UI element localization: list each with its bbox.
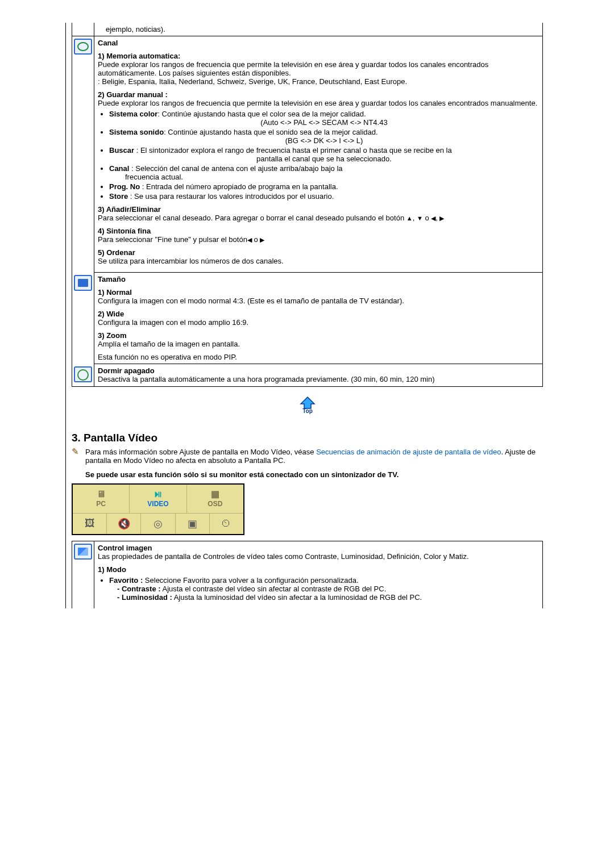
- list-item: Buscar : El sintonizador explora el rang…: [109, 146, 539, 163]
- tab-pc[interactable]: 🖥 PC: [73, 485, 129, 513]
- tamano-note: Esta función no es operativa en modo PIP…: [98, 353, 539, 361]
- tab-video[interactable]: ⏯ VIDEO: [129, 485, 186, 513]
- timer-icon: [74, 366, 92, 382]
- triangle-left-icon: ◀: [431, 215, 435, 222]
- triangle-up-icon: ▲: [406, 215, 413, 222]
- control-p: Las propiedades de pantalla de Controles…: [98, 552, 469, 561]
- list-item: Favorito : Seleccione Favorito para volv…: [109, 576, 539, 602]
- picture-icon[interactable]: 🖼: [73, 514, 106, 534]
- monitor-icon: 🖥: [97, 490, 106, 499]
- size-icon: [74, 275, 92, 291]
- tamano-title: Tamaño: [98, 275, 126, 283]
- list-item: Sistema color: Continúe ajustando hasta …: [109, 110, 539, 127]
- canal-s1-p1: Puede explorar los rangos de frecuencia …: [98, 60, 488, 77]
- fragment-table: ejemplo, noticias). Canal 1) Memoria aut…: [72, 23, 543, 387]
- list-item: Prog. No : Entrada del número apropiado …: [109, 182, 539, 191]
- canal-s2-heading: 2) Guardar manual :: [98, 90, 168, 99]
- channel-icon: [74, 39, 92, 55]
- canal-s1-p2: : Beligie, Espania, Italia, Nederland, S…: [98, 77, 407, 86]
- canal-s2-p: Puede explorar los rangos de frecuencia …: [98, 99, 537, 107]
- info-row: Para más información sobre Ajuste de pan…: [72, 448, 543, 479]
- tab-osd[interactable]: ▦ OSD: [186, 485, 243, 513]
- triangle-right-icon: ▶: [439, 215, 444, 222]
- svg-text:Top: Top: [302, 408, 313, 414]
- triangle-right-icon: ▶: [260, 236, 264, 243]
- control-title: Control imagen: [98, 544, 152, 552]
- list-item: Store : Se usa para restaurar los valore…: [109, 192, 539, 201]
- timer-small-icon[interactable]: ⏲: [209, 514, 243, 534]
- canal-s1-heading: 1) Memoria automatica:: [98, 52, 180, 60]
- image-control-icon: [74, 544, 92, 560]
- mode-tabs: 🖥 PC ⏯ VIDEO ▦ OSD 🖼 🔇 ◎ ▣ ⏲: [72, 483, 244, 535]
- section-heading: 3. Pantalla Vídeo: [72, 432, 543, 444]
- canal-s5: 5) Ordenar Se utiliza para intercambiar …: [98, 248, 539, 265]
- triangle-left-icon: ◀: [247, 236, 252, 243]
- canal-s3: 3) Añadir/Eliminar Para seleccionar el c…: [98, 205, 539, 222]
- control-s1-h: 1) Modo: [98, 565, 126, 574]
- osd-icon: ▦: [211, 490, 219, 499]
- dormir-title: Dormir apagado: [98, 366, 155, 375]
- triangle-down-icon: ▼: [417, 215, 423, 222]
- pencil-icon: [72, 448, 82, 458]
- canal-title: Canal: [98, 39, 118, 47]
- back-to-top-button[interactable]: Top: [295, 396, 320, 415]
- info-bold: Se puede usar esta función sólo si su mo…: [85, 470, 399, 479]
- list-item: Canal : Selección del canal de antena co…: [109, 164, 539, 181]
- animation-sequences-link[interactable]: Secuencias de animación de ajuste de pan…: [316, 448, 501, 456]
- control-table: Control imagen Las propiedades de pantal…: [72, 541, 543, 608]
- dish-icon[interactable]: ◎: [140, 514, 175, 534]
- video-icon: ⏯: [154, 490, 163, 499]
- document-body: ejemplo, noticias). Canal 1) Memoria aut…: [65, 23, 543, 608]
- screen-icon[interactable]: ▣: [175, 514, 209, 534]
- list-item: Sistema sonido: Continúe ajustando hasta…: [109, 128, 539, 145]
- speaker-icon[interactable]: 🔇: [106, 514, 140, 534]
- canal-s4: 4) Sintonía fina Para seleccionar "Fine …: [98, 227, 539, 244]
- fragment-text: ejemplo, noticias).: [106, 25, 539, 34]
- dormir-p: Desactiva la pantalla automáticamente a …: [98, 375, 435, 383]
